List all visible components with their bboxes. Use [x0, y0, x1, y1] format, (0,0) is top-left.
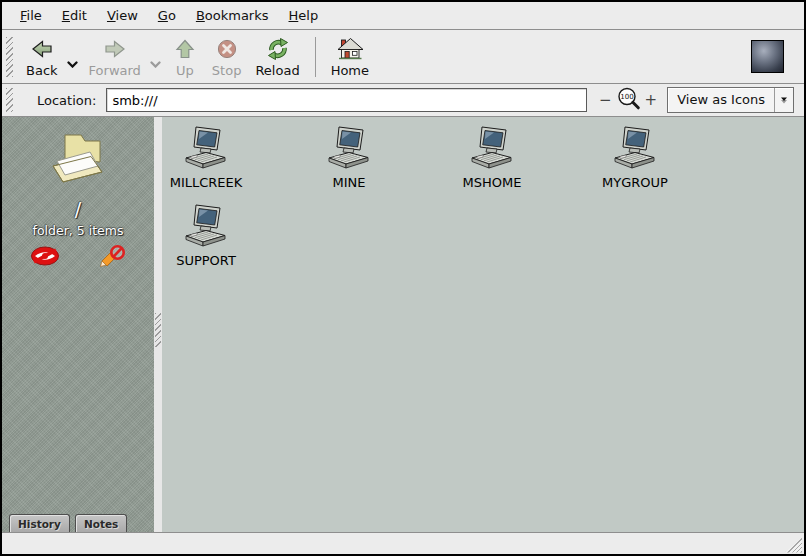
server-name-label: MSHOME: [463, 175, 522, 190]
forward-arrow-icon: [103, 36, 127, 62]
back-button[interactable]: Back: [19, 34, 65, 80]
computer-icon: [470, 125, 514, 174]
server-icon-grid: MILLCREEK: [162, 125, 804, 268]
view-mode-label: View as Icons: [668, 88, 774, 112]
computer-icon: [327, 125, 371, 174]
location-label: Location:: [37, 93, 96, 108]
computer-icon: [184, 125, 228, 174]
tab-notes[interactable]: Notes: [75, 514, 127, 532]
forward-button[interactable]: Forward: [82, 34, 148, 80]
sidebar-location-title: /: [75, 198, 81, 220]
pane-resize-handle[interactable]: [154, 117, 162, 532]
network-server-item[interactable]: SUPPORT: [162, 203, 254, 268]
emblem-row: [30, 245, 126, 270]
forward-history-chevron-icon: [150, 61, 161, 68]
dropdown-arrow-icon: [774, 88, 793, 112]
stop-button[interactable]: Stop: [205, 34, 249, 80]
sidebar-item-count: folder, 5 items: [33, 223, 124, 238]
zoom-out-icon[interactable]: −: [597, 91, 614, 109]
tab-history[interactable]: History: [9, 514, 70, 532]
toolbar-separator: [315, 37, 316, 77]
zoom-in-icon[interactable]: +: [643, 91, 660, 109]
throbber-icon: [751, 40, 784, 73]
menu-help[interactable]: Help: [279, 4, 329, 27]
stop-icon: [215, 36, 239, 62]
network-server-item[interactable]: MSHOME: [444, 125, 540, 190]
computer-icon: [613, 125, 657, 174]
no-read-emblem-icon: [30, 246, 60, 269]
svg-text:100: 100: [620, 93, 633, 101]
home-icon: [337, 36, 363, 62]
toolbar-drag-handle[interactable]: [6, 37, 13, 77]
zoom-level-magnifier-icon[interactable]: 100: [616, 86, 641, 114]
sidebar-tabs: History Notes: [9, 514, 127, 532]
location-bar: Location: − 100 + View as Icons: [2, 84, 804, 117]
reload-button[interactable]: Reload: [248, 34, 306, 80]
server-name-label: SUPPORT: [176, 253, 236, 268]
no-write-emblem-icon: [100, 245, 126, 270]
location-bar-drag-handle[interactable]: [6, 88, 13, 112]
menu-edit[interactable]: Edit: [52, 4, 97, 27]
pane-grip-icon: [155, 313, 161, 347]
menu-file[interactable]: File: [10, 4, 52, 27]
toolbar: Back Forward Up Stop: [2, 30, 804, 84]
computer-icon: [184, 203, 228, 252]
server-name-label: MINE: [333, 175, 366, 190]
status-bar: [2, 532, 804, 554]
server-name-label: MILLCREEK: [170, 175, 243, 190]
zoom-controls: − 100 +: [597, 86, 659, 114]
icon-view: MILLCREEK: [162, 117, 804, 532]
window-resize-grip-icon[interactable]: [785, 538, 802, 553]
view-mode-dropdown[interactable]: View as Icons: [667, 87, 794, 113]
up-arrow-icon: [173, 36, 197, 62]
sidebar-panel: / folder, 5 items: [2, 117, 154, 532]
folder-icon: [46, 131, 110, 192]
content-area: / folder, 5 items: [2, 117, 804, 532]
back-arrow-icon: [30, 36, 54, 62]
back-history-chevron-icon[interactable]: [67, 61, 78, 68]
network-server-item[interactable]: MYGROUP: [587, 125, 683, 190]
reload-icon: [266, 36, 290, 62]
menu-bar: File Edit View Go Bookmarks Help: [2, 2, 804, 30]
up-button[interactable]: Up: [165, 34, 205, 80]
file-manager-window: File Edit View Go Bookmarks Help Back Fo…: [0, 0, 806, 556]
menu-view[interactable]: View: [97, 4, 148, 27]
home-button[interactable]: Home: [324, 34, 376, 80]
network-server-item[interactable]: MINE: [301, 125, 397, 190]
menu-go[interactable]: Go: [148, 4, 186, 27]
server-name-label: MYGROUP: [602, 175, 668, 190]
location-input[interactable]: [106, 88, 587, 112]
network-server-item[interactable]: MILLCREEK: [162, 125, 254, 190]
menu-bookmarks[interactable]: Bookmarks: [186, 4, 279, 27]
